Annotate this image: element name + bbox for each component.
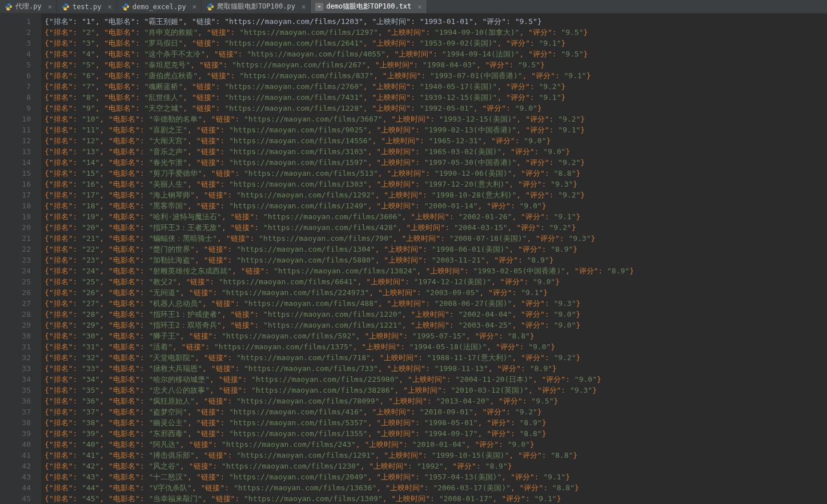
python-icon <box>5 3 13 11</box>
line-number: 31 <box>0 341 31 352</box>
tab-3[interactable]: 爬取猫眼电影TOP100.py× <box>202 0 311 13</box>
line-number: 29 <box>0 320 31 330</box>
code-line: {"排名": "28", "电影名": "指环王1：护戒使者", "链接": "… <box>45 309 827 320</box>
code-line: {"排名": "43", "电影名": "十二怒汉", "链接": "https… <box>45 471 827 482</box>
text-file-icon: ≡ <box>315 3 323 11</box>
code-line: {"排名": "9", "电影名": "天空之城", "链接": "https:… <box>45 103 827 114</box>
close-icon[interactable]: × <box>108 3 112 11</box>
line-number: 1 <box>0 16 31 27</box>
close-icon[interactable]: × <box>417 3 421 11</box>
code-line: {"排名": "41", "电影名": "搏击俱乐部", "链接": "http… <box>45 450 827 461</box>
line-number: 5 <box>0 59 31 70</box>
editor-area: 1234567891011121314151617181920212223242… <box>0 14 827 504</box>
code-line: {"排名": "19", "电影名": "哈利·波特与魔法石", "链接": "… <box>45 211 827 222</box>
code-line: {"排名": "11", "电影名": "喜剧之王", "链接": "https… <box>45 124 827 135</box>
code-line: {"排名": "40", "电影名": "阿凡达", "链接": "https:… <box>45 439 827 450</box>
code-line: {"排名": "12", "电影名": "大闹天宫", "链接": "https… <box>45 135 827 146</box>
code-line: {"排名": "23", "电影名": "加勒比海盗", "链接": "http… <box>45 255 827 265</box>
code-line: {"排名": "4", "电影名": "这个杀手不太冷", "链接": "htt… <box>45 49 827 59</box>
line-number: 27 <box>0 298 31 309</box>
close-icon[interactable]: × <box>48 3 52 11</box>
line-number: 45 <box>0 493 31 504</box>
code-line: {"排名": "37", "电影名": "盗梦空间", "链接": "https… <box>45 406 827 417</box>
code-line: {"排名": "35", "电影名": "忠犬八公的故事", "链接": "ht… <box>45 385 827 396</box>
code-line: {"排名": "31", "电影名": "活着", "链接": "https:/… <box>45 341 827 352</box>
python-icon <box>206 3 214 11</box>
code-line: {"排名": "36", "电影名": "疯狂原始人", "链接": "http… <box>45 396 827 406</box>
tab-label: test.py <box>73 3 102 11</box>
line-number: 39 <box>0 428 31 439</box>
line-number: 15 <box>0 168 31 179</box>
line-number: 37 <box>0 406 31 417</box>
text-content[interactable]: {"排名": "1", "电影名": "霸王别姬", "链接": "https:… <box>41 14 827 504</box>
line-number: 44 <box>0 482 31 493</box>
code-line: {"排名": "26", "电影名": "无间道", "链接": "https:… <box>45 287 827 298</box>
code-line: {"排名": "38", "电影名": "幽灵公主", "链接": "https… <box>45 417 827 428</box>
line-number: 20 <box>0 222 31 233</box>
line-number: 14 <box>0 157 31 168</box>
code-line: {"排名": "8", "电影名": "乱世佳人", "链接": "https:… <box>45 92 827 103</box>
code-line: {"排名": "29", "电影名": "指环王2：双塔奇兵", "链接": "… <box>45 320 827 330</box>
line-number: 22 <box>0 244 31 255</box>
line-number: 19 <box>0 211 31 222</box>
code-line: {"排名": "27", "电影名": "机器人总动员", "链接": "htt… <box>45 298 827 309</box>
line-number: 2 <box>0 27 31 38</box>
code-line: {"排名": "30", "电影名": "狮子王", "链接": "https:… <box>45 330 827 341</box>
line-number: 43 <box>0 471 31 482</box>
code-line: {"排名": "34", "电影名": "哈尔的移动城堡", "链接": "ht… <box>45 374 827 385</box>
tab-label: 爬取猫眼电影TOP100.py <box>217 2 295 11</box>
line-number: 42 <box>0 461 31 471</box>
tab-0[interactable]: 代理.py× <box>0 0 57 13</box>
line-number: 3 <box>0 38 31 49</box>
code-line: {"排名": "13", "电影名": "音乐之声", "链接": "https… <box>45 146 827 157</box>
python-icon <box>122 3 130 11</box>
tab-label: demo猫眼电影TOP100.txt <box>326 2 411 11</box>
line-number: 13 <box>0 146 31 157</box>
line-number: 4 <box>0 49 31 59</box>
line-gutter: 1234567891011121314151617181920212223242… <box>0 14 41 504</box>
code-line: {"排名": "33", "电影名": "拯救大兵瑞恩", "链接": "htt… <box>45 363 827 374</box>
line-number: 8 <box>0 92 31 103</box>
close-icon[interactable]: × <box>192 3 196 11</box>
close-icon[interactable]: × <box>302 3 306 11</box>
code-line: {"排名": "16", "电影名": "美丽人生", "链接": "https… <box>45 179 827 189</box>
code-line: {"排名": "7", "电影名": "魂断蓝桥", "链接": "https:… <box>45 81 827 92</box>
code-line: {"排名": "6", "电影名": "唐伯虎点秋香", "链接": "http… <box>45 70 827 81</box>
code-line: {"排名": "3", "电影名": "罗马假日", "链接": "https:… <box>45 38 827 49</box>
code-line: {"排名": "18", "电影名": "黑客帝国", "链接": "https… <box>45 200 827 211</box>
code-line: {"排名": "21", "电影名": "蝙蝠侠：黑暗骑士", "链接": "h… <box>45 233 827 244</box>
code-line: {"排名": "15", "电影名": "剪刀手爱德华", "链接": "htt… <box>45 168 827 179</box>
line-number: 12 <box>0 135 31 146</box>
line-number: 16 <box>0 179 31 189</box>
line-number: 6 <box>0 70 31 81</box>
line-number: 25 <box>0 276 31 287</box>
line-number: 24 <box>0 265 31 276</box>
code-line: {"排名": "25", "电影名": "教父2", "链接": "https:… <box>45 276 827 287</box>
line-number: 41 <box>0 450 31 461</box>
tab-2[interactable]: demo_excel.py× <box>117 0 202 13</box>
line-number: 17 <box>0 189 31 200</box>
line-number: 11 <box>0 124 31 135</box>
code-line: {"排名": "32", "电影名": "天堂电影院", "链接": "http… <box>45 352 827 363</box>
code-line: {"排名": "5", "电影名": "泰坦尼克号", "链接": "https… <box>45 59 827 70</box>
tab-bar: 代理.py×test.py×demo_excel.py×爬取猫眼电影TOP100… <box>0 0 827 14</box>
code-line: {"排名": "45", "电影名": "当幸福来敲门", "链接": "htt… <box>45 493 827 504</box>
tab-label: demo_excel.py <box>133 3 186 11</box>
tab-4[interactable]: ≡demo猫眼电影TOP100.txt× <box>311 0 427 13</box>
line-number: 21 <box>0 233 31 244</box>
line-number: 23 <box>0 255 31 265</box>
line-number: 38 <box>0 417 31 428</box>
line-number: 34 <box>0 374 31 385</box>
code-line: {"排名": "44", "电影名": "V字仇杀队", "链接": "http… <box>45 482 827 493</box>
code-line: {"排名": "22", "电影名": "楚门的世界", "链接": "http… <box>45 244 827 255</box>
code-line: {"排名": "42", "电影名": "风之谷", "链接": "https:… <box>45 461 827 471</box>
tab-1[interactable]: test.py× <box>57 0 117 13</box>
line-number: 32 <box>0 352 31 363</box>
line-number: 7 <box>0 81 31 92</box>
line-number: 28 <box>0 309 31 320</box>
code-line: {"排名": "17", "电影名": "海上钢琴师", "链接": "http… <box>45 189 827 200</box>
line-number: 9 <box>0 103 31 114</box>
line-number: 18 <box>0 200 31 211</box>
code-line: {"排名": "1", "电影名": "霸王别姬", "链接": "https:… <box>45 16 827 27</box>
tab-label: 代理.py <box>15 2 42 11</box>
